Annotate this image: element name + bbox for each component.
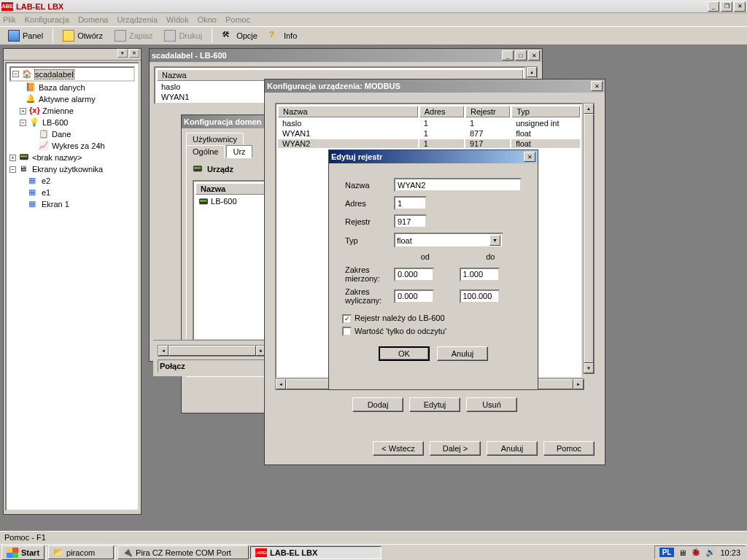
save-button[interactable]: Zapisz	[109, 28, 158, 44]
menu-domena[interactable]: Domena	[78, 15, 109, 24]
tray-icon[interactable]: 🖥	[678, 548, 686, 557]
tab-ogolne[interactable]: Ogólne	[186, 145, 225, 158]
nazwa-input[interactable]	[394, 178, 522, 192]
app-title: LAB-EL LBX	[16, 2, 706, 11]
dalej-button[interactable]: Dalej >	[430, 441, 481, 456]
maximize-button[interactable]: □	[515, 50, 527, 61]
panel-button[interactable]: Panel	[3, 28, 48, 44]
zw-od-input[interactable]	[394, 289, 434, 303]
close-button[interactable]: ✕	[528, 50, 540, 61]
ok-button[interactable]: OK	[379, 346, 430, 361]
dodaj-button[interactable]: Dodaj	[352, 397, 403, 412]
chk-nalezy[interactable]: ✓Rejestr należy do LB-600	[342, 314, 445, 322]
table-row[interactable]: WYAN11877float	[278, 129, 580, 138]
scrollbar-vertical[interactable]: ▲ ▼	[583, 103, 595, 374]
start-button[interactable]: Start	[1, 545, 44, 560]
language-indicator[interactable]: PL	[659, 548, 675, 557]
pomoc-button[interactable]: Pomoc	[543, 441, 595, 456]
options-button[interactable]: 🛠Opcje	[217, 28, 263, 44]
dialog-edytuj-rejestr: Edytuj rejestr ✕ Nazwa Adres Rejestr Typ	[328, 149, 538, 390]
expand-icon[interactable]: −	[20, 120, 26, 126]
window-titlebar[interactable]: Konfiguracja urządzenia: MODBUS ✕	[265, 79, 605, 93]
zm-do-input[interactable]	[460, 268, 500, 281]
scroll-up-icon[interactable]: ▲	[584, 104, 594, 114]
dialog-titlebar[interactable]: Edytuj rejestr ✕	[329, 150, 538, 163]
expand-icon[interactable]: −	[9, 166, 16, 173]
open-button[interactable]: Otwórz	[58, 28, 108, 44]
clock[interactable]: 10:23	[720, 548, 740, 557]
info-button[interactable]: ?Info	[264, 28, 302, 44]
tree-ekrany[interactable]: Ekrany użytkownika	[32, 165, 103, 174]
tree-dane[interactable]: Dane	[52, 130, 71, 139]
checkbox-checked-icon: ✓	[342, 314, 352, 324]
adres-input[interactable]	[394, 196, 427, 210]
minimize-button[interactable]: _	[708, 1, 719, 12]
toolbar: Panel Otwórz Zapisz Drukuj 🛠Opcje ?Info	[0, 26, 747, 45]
task-labellbx[interactable]: LABELLAB-EL LBX	[250, 546, 382, 559]
tree-panel-close-icon[interactable]: ✕	[129, 49, 139, 58]
table-row[interactable]: WYAN21917float	[278, 139, 580, 148]
scrollbar-horizontal[interactable]: ◄ ►	[158, 345, 267, 357]
tree-baza[interactable]: Baza danych	[39, 83, 85, 92]
bell-icon: 🔔	[26, 94, 36, 104]
typ-select[interactable]: float ▼	[394, 233, 503, 248]
usun-button[interactable]: Usuń	[466, 397, 517, 412]
menu-okno[interactable]: Okno	[198, 15, 217, 24]
scroll-right-icon[interactable]: ►	[573, 379, 584, 389]
menu-pomoc[interactable]: Pomoc	[225, 15, 250, 24]
column-adres[interactable]: Adres	[419, 106, 464, 117]
workspace: ▾ ✕ −🏠scadalabel 📙Baza danych 🔔Aktywne a…	[0, 45, 747, 531]
urzadz-label: Urządz	[207, 165, 233, 174]
tree-panel-pin-icon[interactable]: ▾	[117, 49, 128, 58]
tree-wykres[interactable]: Wykres za 24h	[52, 141, 105, 150]
tree-zmienne[interactable]: Zmienne	[42, 106, 74, 115]
tray-icon[interactable]: 🔊	[705, 548, 716, 557]
scroll-left-icon[interactable]: ◄	[276, 379, 286, 389]
close-button[interactable]: ✕	[524, 152, 535, 162]
tray-icon[interactable]: 🐞	[691, 548, 701, 557]
table-row[interactable]: haslo11unsigned int	[278, 119, 580, 128]
tree-brak[interactable]: <brak nazwy>	[32, 153, 82, 162]
tree-ekran1[interactable]: Ekran 1	[42, 200, 69, 209]
expand-icon[interactable]: +	[9, 155, 16, 161]
menu-plik[interactable]: Plik	[3, 15, 16, 24]
print-button[interactable]: Drukuj	[159, 28, 207, 44]
close-button[interactable]: ✕	[734, 1, 746, 12]
tree-e1[interactable]: e1	[42, 188, 50, 197]
tab-uzytkownicy[interactable]: Użytkownicy	[186, 133, 244, 145]
zm-od-input[interactable]	[394, 268, 434, 281]
rejestr-input[interactable]	[394, 214, 427, 228]
tree-alarmy[interactable]: Aktywne alarmy	[39, 95, 96, 104]
zw-do-input[interactable]	[460, 289, 500, 303]
close-button[interactable]: ✕	[591, 81, 603, 91]
task-piracom[interactable]: 📂piracom	[48, 545, 114, 559]
menu-urzadzenia[interactable]: Urządzenia	[117, 15, 158, 24]
task-pira-cz[interactable]: 🔌Pira CZ Remote COM Port	[117, 545, 249, 559]
app-icon: 🔌	[123, 548, 133, 557]
expand-icon[interactable]: −	[12, 71, 19, 77]
expand-icon[interactable]: +	[20, 108, 26, 114]
chk-readonly[interactable]: Wartość 'tylko do odczytu'	[342, 327, 446, 335]
tab-urz[interactable]: Urz	[226, 145, 252, 158]
menu-konfiguracja[interactable]: Konfiguracja	[25, 15, 69, 24]
scroll-up-icon[interactable]: ▲	[527, 67, 537, 77]
minimize-button[interactable]: _	[502, 50, 514, 61]
window-titlebar[interactable]: scadalabel - LB-600 _ □ ✕	[150, 49, 542, 62]
tree-lb600[interactable]: LB-600	[42, 118, 68, 127]
anuluj-button[interactable]: Anuluj	[487, 441, 538, 456]
menu-widok[interactable]: Widok	[166, 15, 189, 24]
od-label: od	[394, 252, 457, 261]
column-nazwa[interactable]: Nazwa	[278, 106, 418, 117]
scroll-left-icon[interactable]: ◄	[158, 346, 169, 356]
scroll-down-icon[interactable]: ▼	[584, 363, 594, 373]
anuluj-button[interactable]: Anuluj	[437, 346, 488, 361]
tree-e2[interactable]: e2	[42, 176, 50, 185]
tree-root[interactable]: scadalabel	[35, 70, 74, 79]
wstecz-button[interactable]: < Wstecz	[373, 441, 424, 456]
device-icon: 📟	[193, 164, 203, 174]
maximize-button[interactable]: ❐	[721, 1, 732, 12]
column-rejestr[interactable]: Rejestr	[465, 106, 510, 117]
edytuj-button[interactable]: Edytuj	[409, 397, 460, 412]
folder-icon: 📂	[53, 548, 63, 557]
column-typ[interactable]: Typ	[511, 106, 580, 117]
